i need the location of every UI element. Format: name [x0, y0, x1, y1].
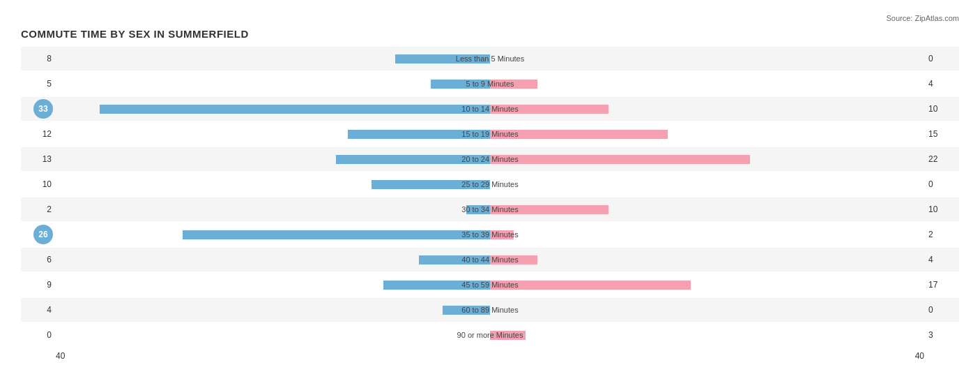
chart-row: 10 25 to 29 Minutes 0	[21, 172, 959, 196]
right-value: 10	[924, 104, 959, 114]
female-bar-container	[490, 331, 924, 340]
right-value: 0	[924, 305, 959, 315]
female-bar	[490, 155, 750, 164]
left-value: 2	[21, 204, 56, 214]
bars-area: 5 to 9 Minutes	[56, 80, 924, 89]
female-bar-container	[490, 105, 924, 114]
male-bar-container	[56, 230, 490, 239]
male-bar-row	[56, 180, 924, 189]
left-circle-value: 26	[21, 225, 56, 244]
female-bar	[490, 255, 537, 265]
female-bar-container	[490, 255, 924, 265]
male-bar-container	[56, 155, 490, 164]
male-bar-row	[56, 205, 924, 214]
axis-right: 40	[915, 351, 959, 361]
male-bar-row	[56, 155, 924, 164]
male-bar	[431, 80, 490, 89]
chart-row: 8 Less than 5 Minutes 0	[21, 47, 959, 70]
bars-area: 60 to 89 Minutes	[56, 306, 924, 315]
chart-row: 13 20 to 24 Minutes 22	[21, 147, 959, 171]
left-circle-value: 33	[21, 99, 56, 119]
bars-area: 10 to 14 Minutes	[56, 105, 924, 114]
left-value: 6	[21, 255, 56, 265]
male-bar	[372, 180, 490, 189]
chart-row: 6 40 to 44 Minutes 4	[21, 248, 959, 271]
male-bar-row	[56, 54, 924, 64]
chart-row: 9 45 to 59 Minutes 17	[21, 273, 959, 297]
right-value: 0	[924, 54, 959, 64]
right-value: 4	[924, 79, 959, 89]
male-bar	[348, 130, 490, 139]
bars-area: 20 to 24 Minutes	[56, 155, 924, 164]
male-bar-container	[56, 130, 490, 139]
chart-row: 5 5 to 9 Minutes 4	[21, 72, 959, 96]
male-bar	[443, 306, 490, 315]
female-bar-container	[490, 155, 924, 164]
male-bar-row	[56, 105, 924, 114]
male-bar	[395, 54, 490, 64]
male-bar	[183, 230, 490, 239]
female-bar	[490, 205, 608, 214]
bars-area: 30 to 34 Minutes	[56, 205, 924, 214]
bars-area: 15 to 19 Minutes	[56, 130, 924, 139]
chart-wrapper: Source: ZipAtlas.com COMMUTE TIME BY SEX…	[21, 14, 959, 365]
source-label: Source: ZipAtlas.com	[21, 14, 959, 22]
bars-area: 90 or more Minutes	[56, 331, 924, 340]
left-value: 10	[21, 179, 56, 189]
chart-container: 8 Less than 5 Minutes 0 5	[21, 47, 959, 347]
chart-title: COMMUTE TIME BY SEX IN SUMMERFIELD	[21, 28, 959, 40]
female-bar-container	[490, 130, 924, 139]
right-value: 2	[924, 230, 959, 239]
female-bar	[490, 281, 691, 290]
female-bar-container	[490, 281, 924, 290]
bars-area: 25 to 29 Minutes	[56, 180, 924, 189]
left-value: 5	[21, 79, 56, 89]
male-bar	[336, 155, 490, 164]
male-bar	[419, 255, 490, 265]
male-bar	[466, 205, 490, 214]
left-value: 4	[21, 305, 56, 315]
female-bar	[490, 80, 537, 89]
male-bar-container	[56, 54, 490, 64]
left-value: 9	[21, 280, 56, 290]
axis: 40 40	[21, 348, 959, 364]
female-bar	[490, 130, 668, 139]
male-bar-container	[56, 306, 490, 315]
right-value: 3	[924, 330, 959, 340]
chart-row: 2 30 to 34 Minutes 10	[21, 198, 959, 221]
male-bar-row	[56, 80, 924, 89]
chart-row: 33 10 to 14 Minutes 10	[21, 97, 959, 121]
chart-row: 26 35 to 39 Minutes 2	[21, 223, 959, 246]
male-bar-container	[56, 281, 490, 290]
left-value: 0	[21, 330, 56, 340]
left-value: 12	[21, 129, 56, 139]
right-value: 4	[924, 255, 959, 265]
male-bar-container	[56, 255, 490, 265]
left-value: 8	[21, 54, 56, 64]
female-bar-container	[490, 80, 924, 89]
male-bar-container	[56, 105, 490, 114]
chart-row: 4 60 to 89 Minutes 0	[21, 298, 959, 322]
male-bar-container	[56, 205, 490, 214]
male-bar	[383, 281, 490, 290]
axis-left: 40	[21, 351, 65, 361]
male-bar-row	[56, 230, 924, 239]
chart-row: 12 15 to 19 Minutes 15	[21, 122, 959, 146]
female-bar	[490, 105, 608, 114]
right-value: 0	[924, 179, 959, 189]
male-bar-row	[56, 281, 924, 290]
male-bar-row	[56, 331, 924, 340]
male-bar-row	[56, 130, 924, 139]
female-bar-container	[490, 180, 924, 189]
left-value: 13	[21, 154, 56, 164]
female-bar	[490, 331, 526, 340]
bars-area: 45 to 59 Minutes	[56, 281, 924, 290]
male-bar	[100, 105, 490, 114]
male-bar-container	[56, 80, 490, 89]
female-bar-container	[490, 306, 924, 315]
right-value: 17	[924, 280, 959, 290]
female-bar-container	[490, 205, 924, 214]
right-value: 10	[924, 204, 959, 214]
female-bar-container	[490, 54, 924, 64]
right-value: 15	[924, 129, 959, 139]
